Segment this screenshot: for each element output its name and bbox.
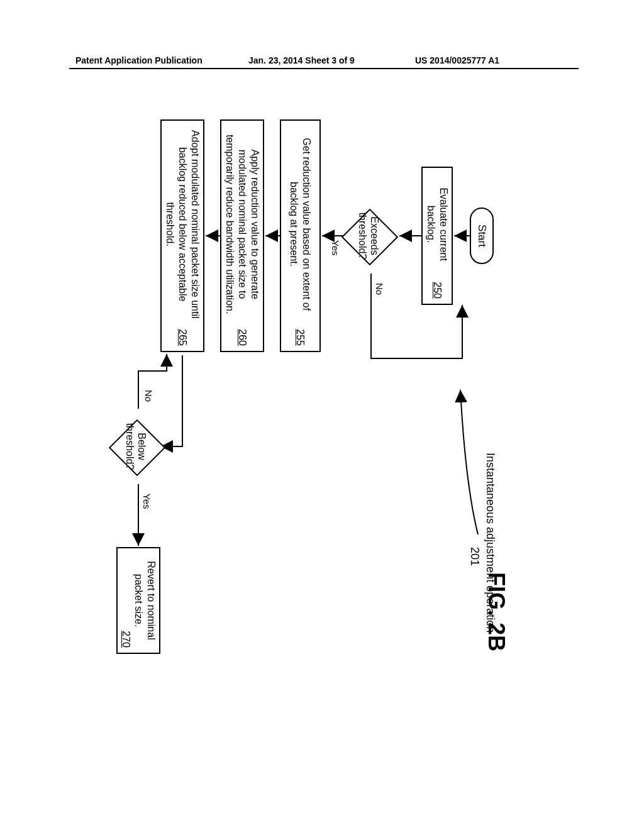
box-250-text: Evaluate current backlog.: [425, 173, 450, 275]
figure-subtitle-ref: 201: [468, 547, 481, 566]
start-text: Start: [475, 224, 488, 247]
decision-exceeds-yes: Yes: [330, 240, 341, 255]
box-255: Get reduction value based on extent of b…: [280, 119, 321, 352]
start-node: Start: [470, 208, 494, 264]
figure-subtitle-text: Instantaneous adjustment operation: [484, 453, 497, 633]
header-left: Patent Application Publication: [75, 55, 203, 65]
box-250: Evaluate current backlog. 250: [421, 167, 453, 305]
box-270-ref: 270: [119, 631, 132, 648]
decision-below-no: No: [143, 390, 154, 402]
decision-below-text: Below threshold?: [124, 415, 148, 478]
box-250-ref: 250: [431, 282, 443, 299]
decision-exceeds-text: Exceeds threshold?: [357, 204, 380, 267]
box-270: Revert to nominal packet size. 270: [116, 547, 160, 654]
header-center: Jan. 23, 2014 Sheet 3 of 9: [248, 55, 355, 65]
box-270-text: Revert to nominal packet size.: [132, 553, 157, 648]
figure-subtitle: Instantaneous adjustment operation: [484, 453, 497, 633]
box-255-text: Get reduction value based on extent of b…: [288, 126, 313, 323]
box-260-ref: 260: [236, 329, 248, 346]
box-265-text: Adopt modulated nominal packet size unti…: [164, 126, 201, 323]
header-rule: [69, 68, 579, 69]
box-255-ref: 255: [294, 329, 307, 346]
box-260: Apply reduction value to generate modula…: [220, 119, 264, 352]
box-265: Adopt modulated nominal packet size unti…: [160, 119, 204, 352]
box-265-ref: 265: [176, 329, 189, 346]
decision-below-yes: Yes: [142, 494, 152, 509]
box-260-text: Apply reduction value to generate modula…: [223, 126, 261, 323]
decision-exceeds-no: No: [374, 283, 385, 295]
header-right: US 2014/0025777 A1: [415, 55, 499, 65]
flowchart: FIG. 2B Instantaneous adjustment operati…: [119, 94, 509, 711]
